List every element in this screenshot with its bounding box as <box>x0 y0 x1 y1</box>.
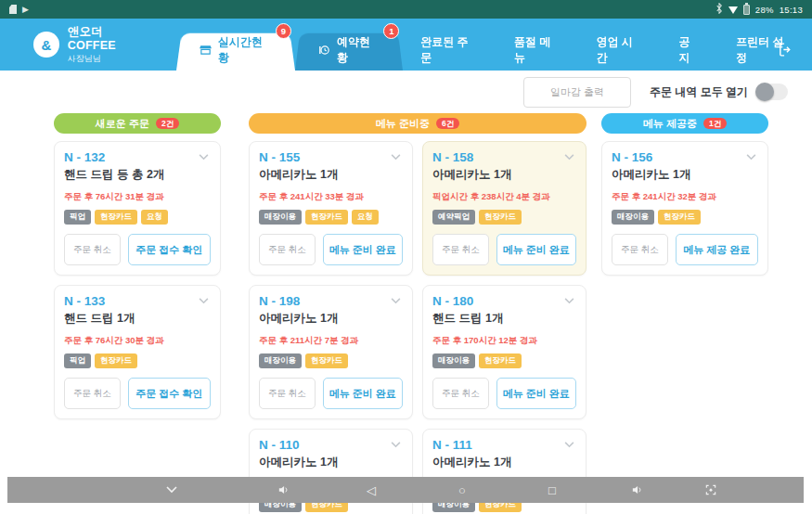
order-tag: 매장이용 <box>259 353 302 368</box>
cancel-order-button[interactable]: 주문 취소 <box>612 234 668 265</box>
order-board: 새로운 주문 2건 N - 132 핸드 드립 등 총 2개 주문 후 76시간… <box>0 109 812 514</box>
elapsed-time: 주문 후 241시간 33분 경과 <box>259 191 403 203</box>
order-summary: 아메리카노 1개 <box>259 455 403 470</box>
order-tag: 매장이용 <box>612 210 654 225</box>
order-summary: 핸드 드립 등 총 2개 <box>64 167 211 183</box>
tab-badge: 1 <box>383 23 399 39</box>
sd-card-icon <box>9 5 17 14</box>
tab-영업 시간[interactable]: 영업 시간 <box>579 30 662 71</box>
tab-실시간현황[interactable]: 실시간현황 9 <box>176 30 295 71</box>
toolbar: 일마감 출력 주문 내역 모두 열기 <box>0 75 812 109</box>
cancel-order-button[interactable]: 주문 취소 <box>432 234 489 265</box>
volume-up-icon[interactable] <box>624 477 650 503</box>
nav-tabs: 실시간현황 9 예약현황 1 완료된 주문 품절 메뉴 영업 시간 공지 프린터… <box>176 19 812 71</box>
tab-label: 완료된 주문 <box>420 34 479 66</box>
primary-action-button[interactable]: 메뉴 준비 완료 <box>323 234 403 265</box>
order-tags: 예약픽업현장카드 <box>432 210 576 225</box>
android-nav-bar: ◁○□ <box>7 477 804 503</box>
android-status-bar: ▶ 28% 15:13 <box>0 0 812 19</box>
column-count-badge: 1건 <box>703 118 727 130</box>
cancel-order-button[interactable]: 주문 취소 <box>64 234 121 265</box>
column-label: 메뉴 준비중 <box>376 117 430 131</box>
chevron-down-icon[interactable] <box>197 152 211 162</box>
chevron-down-icon[interactable] <box>744 152 758 162</box>
order-tag: 현장카드 <box>658 210 701 225</box>
chevron-down-icon[interactable] <box>562 440 576 450</box>
chevron-down-icon[interactable] <box>389 296 403 306</box>
column-served: 메뉴 제공중 1건 N - 156 아메리카노 1개 주문 후 241시간 32… <box>601 113 768 276</box>
order-tags: 매장이용현장카드 <box>259 353 403 368</box>
screenshot-icon[interactable] <box>698 477 724 503</box>
order-tag: 픽업 <box>64 353 91 368</box>
chevron-down-icon[interactable] <box>197 296 211 306</box>
toggle-knob <box>755 83 774 101</box>
wifi-icon <box>728 6 738 14</box>
cancel-order-button[interactable]: 주문 취소 <box>259 234 316 265</box>
order-tag: 현장카드 <box>479 353 522 368</box>
tab-label: 예약현황 <box>337 34 380 66</box>
primary-action-button[interactable]: 메뉴 준비 완료 <box>496 378 576 409</box>
screen: ▶ 28% 15:13 & 앤오더 COFFEE 사장님님 실시간 <box>0 0 812 514</box>
order-summary: 핸드 드립 1개 <box>432 311 576 327</box>
order-tags: 매장이용현장카드 <box>432 353 576 368</box>
open-all-toggle[interactable] <box>756 84 788 100</box>
store-name: 앤오더 COFFEE <box>68 25 154 54</box>
order-tag: 현장카드 <box>95 353 137 368</box>
elapsed-time: 픽업시간 후 238시간 4분 경과 <box>432 191 576 203</box>
primary-action-button[interactable]: 메뉴 준비 완료 <box>496 234 576 265</box>
order-tag: 매장이용 <box>259 210 302 225</box>
storefront-icon <box>199 44 213 57</box>
cancel-order-button[interactable]: 주문 취소 <box>64 378 121 409</box>
chevron-down-icon[interactable] <box>389 152 403 162</box>
order-summary: 아메리카노 1개 <box>612 167 758 183</box>
order-tag: 요청 <box>141 210 168 225</box>
order-tag: 예약픽업 <box>432 210 475 225</box>
tab-예약현황[interactable]: 예약현황 1 <box>295 30 403 71</box>
tab-badge: 9 <box>276 23 291 39</box>
tab-프린터 설정[interactable]: 프린터 설정 <box>718 30 812 71</box>
daily-closing-print-button[interactable]: 일마감 출력 <box>523 77 631 108</box>
cancel-order-button[interactable]: 주문 취소 <box>432 378 489 409</box>
order-number: N - 158 <box>432 150 473 164</box>
tab-공지[interactable]: 공지 <box>662 30 719 71</box>
column-new-orders: 새로운 주문 2건 N - 132 핸드 드립 등 총 2개 주문 후 76시간… <box>54 113 221 419</box>
order-card: N - 156 아메리카노 1개 주문 후 241시간 32분 경과 매장이용현… <box>601 141 768 276</box>
logo-ampersand: & <box>41 37 51 53</box>
elapsed-time: 주문 후 241시간 32분 경과 <box>612 191 758 203</box>
bluetooth-icon <box>715 3 723 16</box>
chevron-down-icon[interactable] <box>389 440 403 450</box>
column-count-badge: 6건 <box>436 118 459 130</box>
order-number: N - 132 <box>64 150 105 164</box>
order-tags: 픽업현장카드요청 <box>64 210 211 225</box>
primary-action-button[interactable]: 메뉴 제공 완료 <box>676 234 758 265</box>
primary-action-button[interactable]: 메뉴 준비 완료 <box>323 378 403 409</box>
order-card: N - 133 핸드 드립 1개 주문 후 76시간 30분 경과 픽업현장카드… <box>54 285 221 419</box>
order-tags: 픽업현장카드 <box>64 353 211 368</box>
cancel-order-button[interactable]: 주문 취소 <box>259 378 316 409</box>
chevron-down-icon[interactable] <box>562 152 576 162</box>
order-number: N - 198 <box>259 294 300 308</box>
back-icon[interactable]: ◁ <box>358 477 384 503</box>
elapsed-time: 주문 후 76시간 30분 경과 <box>64 335 211 347</box>
primary-action-button[interactable]: 주문 접수 확인 <box>128 234 211 265</box>
order-summary: 아메리카노 1개 <box>259 167 403 183</box>
app-header: & 앤오더 COFFEE 사장님님 실시간현황 9 예약현황 1 완료된 주문 … <box>0 19 812 71</box>
order-summary: 핸드 드립 1개 <box>64 311 211 327</box>
tab-label: 영업 시간 <box>597 34 644 66</box>
hide-nav-chevron-icon[interactable] <box>159 477 185 503</box>
volume-down-icon[interactable] <box>270 477 296 503</box>
tab-label: 프린터 설정 <box>736 34 794 66</box>
reservation-icon <box>317 44 331 57</box>
tab-품절 메뉴[interactable]: 품절 메뉴 <box>496 30 579 71</box>
tab-완료된 주문[interactable]: 완료된 주문 <box>403 30 496 71</box>
primary-action-button[interactable]: 주문 접수 확인 <box>128 378 211 409</box>
order-summary: 아메리카노 1개 <box>432 167 576 183</box>
order-tag: 매장이용 <box>432 353 475 368</box>
chevron-down-icon[interactable] <box>562 296 576 306</box>
order-card: N - 198 아메리카노 1개 주문 후 211시간 7분 경과 매장이용현장… <box>249 285 413 419</box>
order-tag: 요청 <box>352 210 379 225</box>
recents-icon[interactable]: □ <box>539 477 565 503</box>
order-tag: 현장카드 <box>95 210 137 225</box>
home-icon[interactable]: ○ <box>449 477 475 503</box>
column-count-badge: 2건 <box>156 118 179 130</box>
